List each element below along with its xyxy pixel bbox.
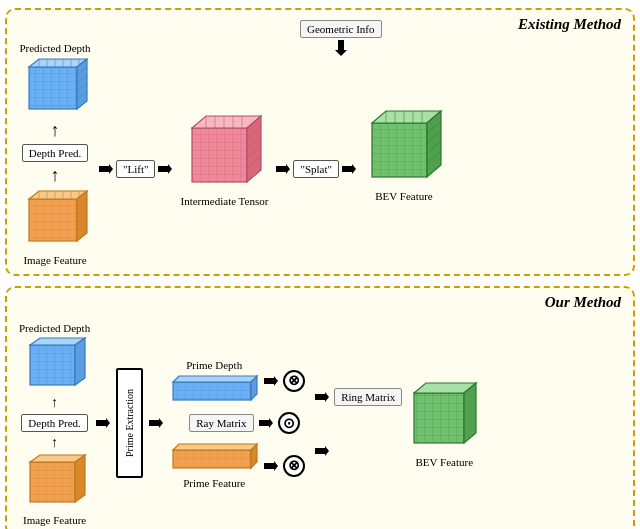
intermediate-tensor	[184, 110, 264, 190]
ray-matrix-row: Ray Matrix ⊙	[189, 412, 299, 434]
svg-rect-64	[30, 462, 75, 502]
svg-marker-66	[75, 455, 85, 502]
svg-marker-68	[149, 418, 163, 428]
prime-feature-row: Prime Feature ⊗	[169, 442, 305, 489]
svg-marker-43	[335, 40, 347, 56]
existing-method-title: Existing Method	[518, 16, 621, 33]
arrow-prime-depth-icon	[264, 374, 278, 388]
arrow-right-icon	[99, 162, 113, 176]
arrow-down-geo-icon	[335, 40, 347, 56]
arrow-right-2-icon	[158, 162, 172, 176]
our-left-stack: Predicted Depth ↑ Depth Pred. ↑	[19, 320, 90, 526]
image-feature-tensor	[19, 189, 91, 249]
left-stack: Predicted Depth	[19, 40, 91, 266]
otimes-1-operator: ⊗	[283, 370, 305, 392]
svg-marker-77	[173, 444, 257, 450]
svg-marker-28	[99, 164, 113, 174]
svg-marker-62	[75, 338, 85, 385]
arrow-right-3-icon	[276, 162, 290, 176]
svg-rect-76	[173, 450, 251, 468]
our-predicted-depth-tensor	[22, 337, 87, 392]
svg-marker-85	[464, 383, 476, 443]
svg-marker-29	[158, 164, 172, 174]
odot-operator: ⊙	[278, 412, 300, 434]
svg-marker-81	[315, 446, 329, 456]
geometric-info-box: Geometric Info	[300, 20, 382, 38]
our-bev-feature-tensor	[408, 379, 480, 451]
svg-marker-45	[342, 164, 356, 174]
svg-marker-38	[247, 116, 261, 182]
bev-feature-tensor-existing	[364, 105, 444, 185]
arrow-up-1: ↑	[51, 165, 60, 186]
our-image-feature-tensor	[22, 454, 87, 509]
ring-matrix-connection: Ring Matrix	[315, 388, 402, 406]
predicted-depth-group: Predicted Depth	[19, 40, 91, 117]
svg-rect-1	[29, 67, 77, 109]
arrow-prime-feature-icon	[264, 459, 278, 473]
svg-rect-47	[372, 123, 427, 177]
our-arrow-up-2: ↑	[51, 435, 58, 451]
splat-box: "Splat"	[293, 160, 339, 178]
right-connections: Ring Matrix	[315, 388, 402, 458]
svg-marker-79	[264, 461, 278, 471]
image-feature-label: Image Feature	[23, 254, 86, 266]
predicted-depth-tensor	[19, 57, 91, 117]
arrow-down-1: ↑	[51, 120, 60, 141]
bev-feature-label-existing: BEV Feature	[375, 190, 433, 202]
prime-depth-row: Prime Depth	[169, 357, 305, 404]
prime-feature-group: Prime Feature	[169, 442, 259, 489]
svg-marker-71	[173, 376, 257, 382]
arrow-from-extract-icon	[149, 416, 163, 430]
intermediate-tensor-group: Intermediate Tensor Geometric Info	[180, 99, 268, 207]
predicted-depth-label: Predicted Depth	[19, 42, 90, 54]
prime-outputs: Prime Depth	[169, 357, 305, 489]
our-method-content: Predicted Depth ↑ Depth Pred. ↑	[19, 298, 621, 526]
our-bev-feature-group: BEV Feature	[408, 379, 480, 468]
our-bev-feature-label: BEV Feature	[416, 456, 474, 468]
existing-method-panel: Existing Method Predicted Depth	[5, 8, 635, 276]
prime-depth-group: Prime Depth	[169, 357, 259, 404]
prime-feature-label: Prime Feature	[183, 477, 245, 489]
svg-rect-70	[173, 382, 251, 400]
otimes-2-operator: ⊗	[283, 455, 305, 477]
arrow-right-4-icon	[342, 162, 356, 176]
our-depth-pred-box: Depth Pred.	[21, 414, 88, 432]
splat-group: "Splat"	[276, 128, 356, 178]
lift-box: "Lift"	[116, 160, 155, 178]
lift-group: "Lift"	[99, 128, 172, 178]
arrow-ray-matrix-icon	[259, 416, 273, 430]
depth-pred-box: Depth Pred.	[22, 144, 89, 162]
svg-marker-54	[427, 111, 441, 177]
svg-marker-73	[264, 376, 278, 386]
svg-marker-67	[96, 418, 110, 428]
svg-marker-74	[259, 418, 273, 428]
svg-marker-44	[276, 164, 290, 174]
arrow-to-bev-icon	[315, 444, 329, 458]
prime-extraction-box: Prime Extraction	[116, 368, 143, 478]
svg-rect-15	[29, 199, 77, 241]
bev-connection	[315, 444, 329, 458]
prime-depth-tensor	[169, 374, 259, 404]
ring-matrix-box: Ring Matrix	[334, 388, 402, 406]
svg-rect-83	[414, 393, 464, 443]
bev-feature-group-existing: BEV Feature	[364, 105, 444, 202]
existing-method-content: Predicted Depth	[19, 20, 621, 266]
arrow-to-extract-icon	[96, 416, 110, 430]
our-method-title: Our Method	[545, 294, 621, 311]
our-predicted-depth-label: Predicted Depth	[19, 322, 90, 334]
prime-feature-tensor	[169, 442, 259, 472]
our-method-panel: Our Method Predicted Depth ↑ D	[5, 286, 635, 529]
intermediate-tensor-label: Intermediate Tensor	[180, 195, 268, 207]
svg-marker-80	[315, 392, 329, 402]
ray-matrix-box: Ray Matrix	[189, 414, 253, 432]
svg-rect-31	[192, 128, 247, 182]
svg-rect-60	[30, 345, 75, 385]
prime-depth-label: Prime Depth	[186, 359, 242, 371]
arrow-to-ring-icon	[315, 390, 329, 404]
our-arrow-up-1: ↑	[51, 395, 58, 411]
main-container: Existing Method Predicted Depth	[5, 8, 635, 529]
our-image-feature-label: Image Feature	[23, 514, 86, 526]
